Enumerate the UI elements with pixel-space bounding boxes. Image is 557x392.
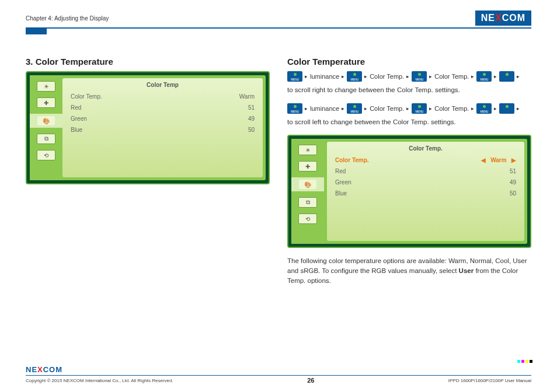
instruction-2: to scroll left to change between the Col…	[287, 117, 531, 127]
nav-step: luminance	[310, 105, 339, 112]
luminance-icon: ☀	[37, 81, 55, 92]
osd-row: Blue50	[71, 124, 255, 135]
arrow-right-icon: ▸	[406, 74, 409, 79]
arrow-right-icon: ▸	[429, 74, 432, 79]
osd-row-active: Color Temp. ◀ Warm ▶	[335, 155, 516, 166]
arrow-right-icon: ▸	[471, 106, 474, 111]
arrow-right-icon: ▸	[517, 74, 520, 79]
arrow-right-icon: ▸	[429, 106, 432, 111]
chapter-title: Chapter 4: Adjusting the Display	[26, 15, 109, 22]
osd-row: Green49	[71, 113, 255, 124]
osd-row: Color Temp.Warm	[71, 91, 255, 102]
manual-title: IPPD 1600P/1800P/2100P User Manual	[448, 378, 531, 383]
osd-sidebar: ☀ ✚ 🎨 ⧉ ⟲	[291, 139, 324, 244]
osd-panel: Color Temp. Color Temp. ◀ Warm ▶ Red51 G…	[327, 142, 524, 241]
right-arrow-icon: ▶	[511, 157, 516, 163]
setup-icon: ⟲	[298, 214, 317, 224]
osd-panel: Color Temp Color Temp.Warm Red51 Green49…	[62, 78, 263, 177]
osd-row: Red51	[335, 166, 516, 177]
left-heading: 3. Color Temperature	[26, 57, 270, 66]
page-number: 26	[307, 377, 314, 384]
menu-button-icon: MENU	[347, 71, 362, 82]
arrow-right-icon: ▸	[342, 106, 344, 111]
arrow-right-icon: ▸	[471, 74, 474, 79]
header-bar: Chapter 4: Adjusting the Display NEXCOM	[26, 10, 531, 29]
nav-sequence-1: MENU ▸ luminance ▸ MENU ▸ Color Temp. ▸ …	[287, 71, 531, 82]
color-icon: 🎨	[37, 116, 55, 126]
arrow-right-icon: ▸	[364, 106, 367, 111]
left-column: 3. Color Temperature ☀ ✚ 🎨 ⧉ ⟲ Color Tem…	[26, 57, 270, 293]
osd-title: Color Temp	[71, 82, 255, 91]
menu-button-icon: MENU	[476, 71, 492, 82]
nav-step: luminance	[310, 73, 339, 80]
menu-button-icon: MENU	[287, 71, 302, 82]
right-heading: Color Temperature	[287, 57, 531, 66]
nav-step: Color Temp.	[434, 73, 469, 80]
osd-screenshot-2: ☀ ✚ 🎨 ⧉ ⟲ Color Temp. Color Temp. ◀ Warm	[287, 135, 531, 248]
right-column: Color Temperature MENU ▸ luminance ▸ MEN…	[287, 57, 531, 293]
geometry-icon: ✚	[298, 161, 317, 172]
arrow-right-icon: ▸	[342, 74, 344, 79]
color-icon: 🎨	[298, 179, 317, 190]
instruction-1: to scroll right to change between the Co…	[287, 85, 531, 95]
arrow-right-icon: ▸	[494, 106, 497, 111]
menu-button-icon: MENU	[412, 71, 427, 82]
osd-screenshot-1: ☀ ✚ 🎨 ⧉ ⟲ Color Temp Color Temp.Warm Red…	[26, 71, 270, 184]
osd-row: Green49	[335, 177, 516, 188]
osd-title: Color Temp.	[335, 145, 516, 155]
tab-indicator	[26, 29, 47, 34]
geometry-icon: ✚	[37, 97, 55, 108]
menu-button-icon: MENU	[347, 103, 362, 114]
luminance-icon: ☀	[298, 145, 317, 155]
nav-sequence-2: MENU ▸ luminance ▸ MENU ▸ Color Temp. ▸ …	[287, 103, 531, 114]
copyright-text: Copyright © 2015 NEXCOM International Co…	[26, 378, 173, 383]
menu-button-icon: MENU	[476, 103, 492, 114]
arrow-right-icon: ▸	[406, 106, 409, 111]
options-description: The following color temperature options …	[287, 256, 531, 285]
arrow-right-icon: ▸	[305, 74, 308, 79]
osd-settings-icon: ⧉	[298, 197, 317, 208]
arrow-right-icon: ▸	[517, 106, 520, 111]
scroll-right-button-icon	[499, 71, 514, 82]
scroll-left-button-icon	[499, 103, 514, 114]
nav-step: Color Temp.	[434, 105, 469, 112]
menu-button-icon: MENU	[412, 103, 427, 114]
osd-sidebar: ☀ ✚ 🎨 ⧉ ⟲	[30, 75, 62, 180]
nav-step: Color Temp.	[370, 73, 404, 80]
osd-settings-icon: ⧉	[37, 134, 55, 144]
arrow-right-icon: ▸	[494, 74, 497, 79]
menu-button-icon: MENU	[287, 103, 302, 114]
arrow-right-icon: ▸	[305, 106, 308, 111]
osd-row: Blue50	[335, 188, 516, 199]
setup-icon: ⟲	[37, 150, 55, 160]
arrow-right-icon: ▸	[364, 74, 367, 79]
osd-row: Red51	[71, 102, 255, 113]
page-footer: NEXCOM Copyright © 2015 NEXCOM Internati…	[26, 365, 531, 384]
footer-logo: NEXCOM	[26, 365, 531, 374]
left-arrow-icon: ◀	[481, 157, 486, 163]
brand-logo: NEXCOM	[475, 10, 531, 26]
nav-step: Color Temp.	[370, 105, 404, 112]
crop-marks	[517, 360, 532, 363]
